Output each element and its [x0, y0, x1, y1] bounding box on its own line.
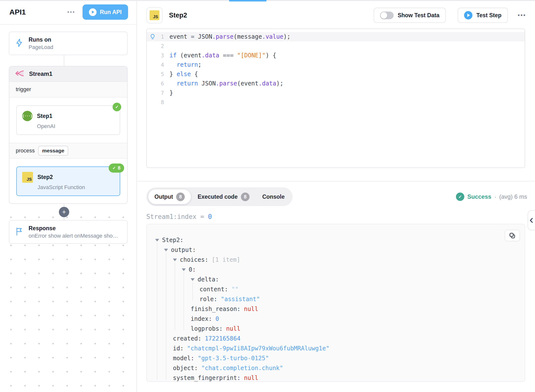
collapse-arrow-icon[interactable] — [164, 249, 168, 251]
collapse-arrow-icon[interactable] — [155, 239, 159, 242]
item-count-annotation: [1 item] — [212, 256, 240, 263]
step1-node[interactable]: {···} Step1 OpenAI ✓ — [16, 105, 120, 135]
stream-group: Stream1 trigger {···} Step1 OpenAI ✓ — [9, 66, 128, 204]
show-test-data-button[interactable]: Show Test Data — [374, 8, 446, 23]
hint-lightbulb-icon[interactable] — [147, 33, 158, 40]
test-step-button[interactable]: Test Step — [458, 8, 508, 23]
tree-row: Step2: — [147, 235, 525, 245]
code-line[interactable]: 2 — [147, 41, 525, 51]
response-subtitle: onError show alert onMessage sho… — [29, 233, 118, 239]
step1-subtitle: OpenAI — [37, 123, 55, 130]
line-number: 4 — [158, 62, 164, 68]
tree-row: logprobs:null — [147, 324, 525, 334]
status-timing: (avg) 6 ms — [499, 193, 527, 200]
line-number: 7 — [158, 90, 164, 96]
indent-guide — [184, 273, 184, 330]
success-check-icon: ✓ — [456, 193, 464, 201]
sidebar-header: API1 ••• Run API — [0, 0, 136, 25]
code-line[interactable]: 8 — [147, 98, 525, 107]
app-window: API1 ••• Run API Runs on PageLoad — [0, 0, 535, 392]
tree-value: 1722165864 — [205, 335, 241, 342]
step1-success-badge: ✓ — [113, 103, 121, 111]
code-line[interactable]: 5} else { — [147, 69, 525, 79]
tab-console[interactable]: Console — [256, 189, 291, 204]
step-menu-icon[interactable]: ••• — [518, 12, 526, 19]
code-line[interactable]: 6 return JSON.parse(event.data); — [147, 79, 525, 88]
stream-group-header[interactable]: Stream1 — [9, 66, 127, 82]
tree-value: null — [226, 325, 240, 332]
tree-row: choices:[1 item] — [147, 255, 525, 265]
tree-row: index:0 — [147, 314, 525, 324]
api-menu-icon[interactable]: ••• — [67, 9, 75, 15]
lightning-icon — [15, 38, 24, 48]
top-progress-indicator — [229, 0, 267, 1]
play-icon — [464, 11, 472, 19]
line-number: 2 — [158, 43, 164, 49]
results-tabs: Output8Executed code8Console — [146, 187, 293, 206]
code-line[interactable]: 3if (event.data === "[DONE]") { — [147, 51, 525, 60]
runs-on-title: Runs on — [29, 36, 53, 43]
api-title: API1 — [9, 8, 67, 16]
code-editor[interactable]: 1event = JSON.parse(message.value);23if … — [146, 29, 525, 168]
add-node-button[interactable]: + — [59, 207, 69, 217]
status-label: Success — [467, 193, 491, 200]
collapse-arrow-icon[interactable] — [182, 268, 186, 271]
copy-output-button[interactable] — [505, 230, 520, 241]
tree-row: role:"assistant" — [147, 294, 525, 304]
tree-row: object:"chat.completion.chunk" — [147, 363, 525, 373]
output-panel: Step2:output:choices:[1 item]0:delta:con… — [146, 224, 525, 382]
results-toolbar: Output8Executed code8Console ✓ Success ·… — [146, 187, 527, 206]
line-number: 5 — [158, 71, 164, 77]
trigger-row: trigger — [9, 82, 127, 98]
step2-title: Step2 — [37, 172, 85, 182]
tree-value: "" — [232, 286, 239, 293]
tree-value: "gpt-3.5-turbo-0125" — [198, 355, 269, 362]
tree-value: "chat.completion.chunk" — [201, 365, 283, 372]
step-type-icon-button: JS — [146, 7, 163, 23]
tab-executed-code[interactable]: Executed code8 — [191, 189, 255, 204]
line-number: 8 — [158, 99, 164, 105]
code-line[interactable]: 4 return; — [147, 60, 525, 69]
tree-row: system_fingerprint:null — [147, 373, 525, 382]
step-title: Step2 — [169, 12, 187, 19]
response-title: Response — [29, 225, 118, 232]
tree-row: output: — [147, 245, 525, 255]
run-status: ✓ Success · (avg) 6 ms — [456, 193, 527, 201]
tree-value: null — [244, 306, 258, 312]
stream-context-line: Stream1:index = 0 — [146, 213, 535, 220]
workflow-sidebar: API1 ••• Run API Runs on PageLoad — [0, 0, 137, 392]
stream-icon — [14, 69, 25, 79]
flag-icon — [15, 227, 24, 237]
stream-group-title: Stream1 — [29, 70, 52, 77]
stream-index-value: 0 — [208, 213, 212, 220]
runs-on-node[interactable]: Runs on PageLoad — [9, 32, 128, 55]
step2-subtitle: JavaScript Function — [37, 184, 85, 191]
connector-line — [0, 55, 136, 66]
tree-row: content:"" — [147, 284, 525, 294]
javascript-icon: JS — [22, 172, 33, 183]
code-line[interactable]: 7} — [147, 88, 525, 98]
show-test-data-toggle[interactable] — [380, 12, 394, 19]
tree-value: null — [244, 375, 258, 381]
response-node[interactable]: Response onError show alert onMessage sh… — [9, 220, 128, 244]
tree-row: delta: — [147, 275, 525, 284]
tab-output[interactable]: Output8 — [148, 189, 191, 204]
line-number: 3 — [158, 52, 164, 59]
tree-row: finish_reason:null — [147, 304, 525, 314]
run-api-button[interactable]: Run API — [83, 4, 128, 20]
collapse-arrow-icon[interactable] — [191, 278, 195, 281]
collapse-panel-handle[interactable] — [528, 210, 535, 230]
tree-value: "assistant" — [221, 296, 260, 303]
line-number: 6 — [158, 81, 164, 87]
code-line[interactable]: 1event = JSON.parse(message.value); — [147, 32, 525, 41]
collapse-arrow-icon[interactable] — [173, 259, 177, 261]
flow-canvas: Runs on PageLoad — [0, 25, 136, 392]
step2-node[interactable]: JS Step2 JavaScript Function ✓ 8 — [16, 166, 120, 196]
step2-success-badge: ✓ 8 — [109, 163, 124, 173]
tab-count-badge: 8 — [241, 193, 250, 201]
indent-guide — [175, 263, 175, 330]
section-divider — [137, 181, 535, 181]
top-progress-track — [0, 0, 535, 1]
tree-row: model:"gpt-3.5-turbo-0125" — [147, 353, 525, 363]
indent-guide — [157, 243, 157, 379]
